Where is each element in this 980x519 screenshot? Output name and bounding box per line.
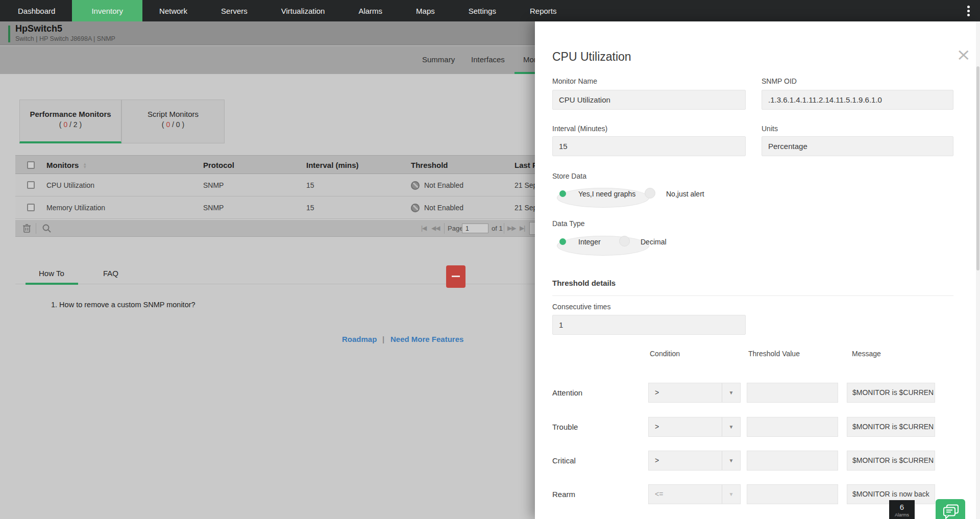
chat-icon bbox=[943, 504, 959, 519]
need-more-features-link[interactable]: Need More Features bbox=[390, 335, 463, 343]
nav-item-settings[interactable]: Settings bbox=[452, 0, 513, 21]
minus-icon bbox=[452, 276, 460, 277]
select-all-checkbox[interactable] bbox=[27, 161, 35, 169]
tab-summary[interactable]: Summary bbox=[422, 55, 455, 64]
nav-item-network[interactable]: Network bbox=[142, 0, 204, 21]
nav-item-dashboard[interactable]: Dashboard bbox=[0, 0, 72, 21]
active-help-tab-underline bbox=[26, 283, 78, 285]
tab-how-to[interactable]: How To bbox=[39, 269, 64, 278]
attention-condition-select[interactable]: > ▼ bbox=[648, 383, 741, 403]
attention-message-field[interactable]: $MONITOR is $CURREN bbox=[847, 383, 935, 403]
monitor-type-tabs: Performance Monitors ( 0 / 2 ) Script Mo… bbox=[19, 100, 560, 143]
nav-item-inventory[interactable]: Inventory bbox=[72, 0, 142, 21]
page-number-input[interactable] bbox=[462, 224, 488, 233]
link-divider: | bbox=[382, 335, 384, 343]
table-row-memory-utilization[interactable]: Memory Utilization SNMP 15 Not Enabled 2… bbox=[15, 196, 602, 219]
interval-cell: 15 bbox=[306, 174, 314, 196]
interval-field[interactable] bbox=[552, 136, 746, 156]
help-question-link[interactable]: 1. How to remove a custom SNMP monitor? bbox=[51, 301, 195, 309]
tab-label: Performance Monitors bbox=[20, 110, 121, 118]
interval-label: Interval (Minutes) bbox=[552, 125, 746, 133]
selected-condition: > bbox=[655, 451, 659, 470]
sort-icon[interactable]: ▲▼ bbox=[83, 163, 87, 169]
store-data-yes-label[interactable]: Yes,I need graphs bbox=[578, 190, 635, 198]
critical-condition-select[interactable]: > ▼ bbox=[648, 451, 741, 471]
nav-item-reports[interactable]: Reports bbox=[513, 0, 574, 21]
tab-performance-monitors[interactable]: Performance Monitors ( 0 / 2 ) bbox=[19, 100, 121, 143]
last-polled-cell: 21 Sep bbox=[514, 196, 537, 219]
tab-script-monitors[interactable]: Script Monitors ( 0 / 0 ) bbox=[121, 100, 225, 143]
table-toolbar: |◀ ◀◀ Page of 1 ▶▶ ▶| bbox=[15, 220, 602, 237]
kebab-menu-icon[interactable] bbox=[964, 4, 973, 17]
consecutive-times-field[interactable] bbox=[552, 315, 746, 335]
next-page-icon[interactable]: ▶▶ bbox=[507, 220, 516, 237]
panel-scrollbar-thumb[interactable] bbox=[976, 66, 979, 270]
rearm-condition-select: <= ▼ bbox=[648, 484, 741, 504]
store-data-radio-no[interactable] bbox=[645, 188, 655, 199]
device-subtitle: Switch | HP Switch J8698A | SNMP bbox=[15, 35, 115, 42]
page-of-label: of 1 bbox=[492, 220, 503, 237]
nav-item-virtualization[interactable]: Virtualization bbox=[264, 0, 342, 21]
column-monitors[interactable]: Monitors▲▼ bbox=[46, 156, 87, 175]
trouble-condition-select[interactable]: > ▼ bbox=[648, 417, 741, 437]
rearm-row-label: Rearm bbox=[552, 490, 575, 499]
alarms-count: 6 bbox=[889, 503, 915, 511]
monitor-name-field[interactable] bbox=[552, 90, 746, 110]
store-data-no-label[interactable]: No,just alert bbox=[666, 190, 704, 198]
last-page-icon[interactable]: ▶| bbox=[520, 220, 525, 237]
column-last-polled: Last P bbox=[514, 156, 537, 175]
panel-title: CPU Utilization bbox=[552, 50, 631, 64]
column-interval: Interval (mins) bbox=[306, 156, 359, 175]
column-protocol: Protocol bbox=[203, 156, 234, 175]
close-icon[interactable]: × bbox=[957, 46, 971, 63]
data-type-integer-label[interactable]: Integer bbox=[578, 238, 601, 246]
alarms-count-badge[interactable]: 6 Alarms bbox=[889, 500, 915, 519]
monitor-name-cell[interactable]: Memory Utilization bbox=[46, 196, 105, 219]
rearm-threshold-value-field[interactable] bbox=[747, 484, 838, 504]
monitor-name-cell[interactable]: CPU Utilization bbox=[46, 174, 94, 196]
trouble-message-field[interactable]: $MONITOR is $CURREN bbox=[847, 417, 935, 437]
divider bbox=[552, 295, 953, 296]
tab-label: Script Monitors bbox=[122, 110, 224, 118]
protocol-cell: SNMP bbox=[203, 196, 224, 219]
critical-message-field[interactable]: $MONITOR is $CURREN bbox=[847, 451, 935, 471]
nav-item-servers[interactable]: Servers bbox=[204, 0, 264, 21]
tab-faq[interactable]: FAQ bbox=[103, 269, 118, 278]
trash-icon[interactable] bbox=[22, 224, 31, 235]
chat-button[interactable] bbox=[936, 499, 965, 519]
row-checkbox[interactable] bbox=[27, 181, 35, 189]
message-column-header: Message bbox=[852, 350, 881, 358]
snmp-oid-label: SNMP OID bbox=[762, 77, 953, 85]
data-type-radio-decimal[interactable] bbox=[619, 236, 630, 246]
roadmap-link[interactable]: Roadmap bbox=[342, 335, 377, 343]
tab-interfaces[interactable]: Interfaces bbox=[471, 55, 505, 64]
device-status-accent bbox=[8, 26, 10, 42]
store-data-label: Store Data bbox=[552, 172, 586, 180]
units-label: Units bbox=[762, 125, 953, 133]
first-page-icon[interactable]: |◀ bbox=[421, 220, 426, 237]
collapse-help-button[interactable] bbox=[446, 265, 465, 288]
not-enabled-icon bbox=[411, 181, 420, 190]
data-type-label: Data Type bbox=[552, 219, 585, 228]
critical-threshold-value-field[interactable] bbox=[747, 451, 838, 471]
prev-page-icon[interactable]: ◀◀ bbox=[431, 220, 439, 237]
units-field[interactable] bbox=[762, 136, 953, 156]
table-row-cpu-utilization[interactable]: CPU Utilization SNMP 15 Not Enabled 21 S… bbox=[15, 174, 602, 196]
search-icon[interactable] bbox=[42, 224, 52, 235]
tab-count: ( 0 / 2 ) bbox=[20, 120, 121, 129]
nav-item-alarms[interactable]: Alarms bbox=[341, 0, 399, 21]
alarms-label: Alarms bbox=[889, 512, 915, 517]
attention-threshold-value-field[interactable] bbox=[747, 383, 838, 403]
dropdown-arrow-icon: ▼ bbox=[722, 417, 740, 436]
row-checkbox[interactable] bbox=[27, 204, 35, 211]
consecutive-times-label: Consecutive times bbox=[552, 303, 610, 311]
trouble-threshold-value-field[interactable] bbox=[747, 417, 838, 437]
data-type-decimal-label[interactable]: Decimal bbox=[641, 238, 667, 246]
nav-item-maps[interactable]: Maps bbox=[399, 0, 452, 21]
data-type-radio-integer[interactable] bbox=[557, 236, 649, 256]
last-polled-cell: 21 Sep bbox=[514, 174, 537, 196]
snmp-oid-field[interactable] bbox=[762, 90, 953, 110]
dropdown-arrow-icon: ▼ bbox=[722, 485, 740, 504]
critical-row-label: Critical bbox=[552, 456, 576, 465]
condition-column-header: Condition bbox=[650, 350, 680, 358]
